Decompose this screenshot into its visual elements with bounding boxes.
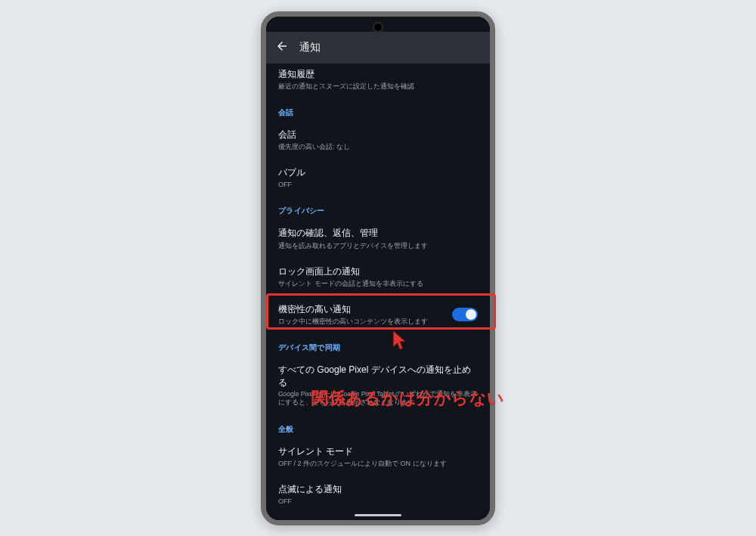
row-lockscreen-notifications[interactable]: ロック画面上の通知 サイレント モードの会話と通知を非表示にする [277, 258, 479, 296]
row-title: 点滅による通知 [278, 483, 478, 495]
app-bar: 通知 [266, 32, 490, 64]
settings-list[interactable]: 通知履歴 最近の通知とスヌーズに設定した通知を確認 会話 会話 優先度の高い会話… [266, 64, 490, 520]
row-conversation[interactable]: 会話 優先度の高い会話: なし [277, 121, 479, 159]
section-header-privacy: プライバシー [277, 197, 479, 219]
row-title: ロック画面上の通知 [278, 265, 478, 277]
annotation-text: 関係あるかは分からない [311, 387, 505, 410]
row-subtitle: OFF [278, 497, 478, 506]
row-title: バブル [278, 166, 478, 178]
row-sensitive-notifications[interactable]: 機密性の高い通知 ロック中に機密性の高いコンテンツを表示します [277, 296, 479, 333]
row-notification-history[interactable]: 通知履歴 最近の通知とスヌーズに設定した通知を確認 [277, 68, 479, 98]
row-subtitle: 優先度の高い会話: なし [278, 142, 478, 151]
appbar-title: 通知 [299, 41, 321, 54]
row-title: すべての Google Pixel デバイスへの通知を止める [278, 364, 478, 388]
phone-frame: 通知 通知履歴 最近の通知とスヌーズに設定した通知を確認 会話 会話 優先度の高… [261, 11, 495, 525]
switch-knob [466, 309, 476, 320]
front-camera [374, 23, 382, 31]
row-silent-mode[interactable]: サイレント モード OFF / 2 件のスケジュールにより自動で ON になりま… [277, 438, 479, 476]
row-title: 機密性の高い通知 [278, 303, 445, 315]
row-bubble[interactable]: バブル OFF [277, 159, 479, 197]
row-subtitle: OFF / 2 件のスケジュールにより自動で ON になります [278, 459, 478, 468]
row-title: サイレント モード [278, 445, 478, 457]
row-subtitle: OFF [278, 180, 478, 189]
screen: 通知 通知履歴 最近の通知とスヌーズに設定した通知を確認 会話 会話 優先度の高… [266, 17, 490, 520]
gesture-bar[interactable] [355, 514, 401, 516]
sensitive-notifications-switch[interactable] [452, 308, 478, 321]
row-title: 会話 [278, 129, 478, 141]
section-header-sync: デバイス間で同期 [277, 333, 479, 356]
row-subtitle: 最近の通知とスヌーズに設定した通知を確認 [278, 82, 478, 91]
row-blink-notifications[interactable]: 点滅による通知 OFF [277, 476, 479, 513]
row-title: 通知履歴 [278, 68, 478, 80]
section-header-general: 全般 [277, 415, 479, 438]
row-subtitle: サイレント モードの会話と通知を非表示にする [278, 279, 478, 288]
row-manage-notifications[interactable]: 通知の確認、返信、管理 通知を読み取れるアプリとデバイスを管理します [277, 219, 479, 257]
section-header-conversation: 会話 [277, 98, 479, 121]
row-subtitle: 通知を読み取れるアプリとデバイスを管理します [278, 241, 478, 250]
row-title: 通知の確認、返信、管理 [278, 227, 478, 239]
row-subtitle: ロック中に機密性の高いコンテンツを表示します [278, 317, 445, 326]
back-arrow-icon[interactable] [275, 39, 289, 56]
